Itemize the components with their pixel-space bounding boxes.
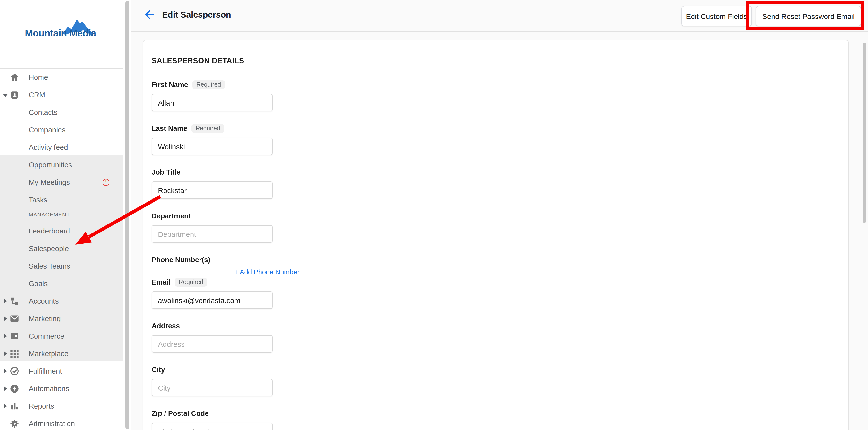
address-field: Address <box>152 321 848 353</box>
sidebar-item-label: Commerce <box>29 327 64 345</box>
reports-bar-chart-icon <box>10 401 20 411</box>
sidebar-scrollbar-thumb[interactable] <box>125 1 129 429</box>
add-phone-number-link[interactable]: + Add Phone Number <box>234 268 300 276</box>
gear-icon <box>10 419 20 429</box>
main-scrollbar-thumb[interactable] <box>863 43 866 223</box>
logo-divider <box>22 48 100 48</box>
field-label: City <box>152 366 165 374</box>
sidebar-item-contacts[interactable]: Contacts <box>0 104 123 121</box>
address-input[interactable] <box>152 335 273 353</box>
alert-badge-icon: ! <box>102 179 110 186</box>
field-label: First Name <box>152 81 188 88</box>
sidebar-item-sales-teams[interactable]: Sales Teams <box>0 257 123 275</box>
city-field: City <box>152 365 848 396</box>
section-title: SALESPERSON DETAILS <box>152 56 848 66</box>
section-header-label: MANAGEMENT <box>29 211 70 218</box>
sidebar-item-leaderboard[interactable]: Leaderboard <box>0 222 123 240</box>
accounts-icon <box>10 296 20 306</box>
sidebar-item-label: Opportunities <box>29 156 72 174</box>
logo[interactable]: Mountain Media <box>0 0 123 68</box>
sidebar-item-label: Fulfillment <box>29 363 62 380</box>
logo-text: Mountain Media <box>25 28 96 39</box>
sidebar-item-companies[interactable]: Companies <box>0 121 123 139</box>
required-badge: Required <box>192 80 225 89</box>
sidebar-item-administration[interactable]: Administration <box>0 415 123 430</box>
sidebar-item-label: Companies <box>29 121 66 139</box>
page-header: Edit Salesperson Edit Custom Fields Send… <box>131 0 868 32</box>
sidebar-item-marketplace[interactable]: Marketplace <box>0 345 123 363</box>
salesperson-details-card: SALESPERSON DETAILS First Name Required <box>143 40 848 430</box>
first-name-field: First Name Required <box>152 80 848 111</box>
sidebar-item-label: Goals <box>29 275 48 292</box>
sidebar-item-tasks[interactable]: Tasks <box>0 191 123 209</box>
sidebar-item-accounts[interactable]: Accounts <box>0 292 123 310</box>
field-label: Last Name <box>152 124 187 132</box>
sidebar-item-automations[interactable]: Automations <box>0 380 123 397</box>
sidebar-item-fulfillment[interactable]: Fulfillment <box>0 363 123 380</box>
content-area: SALESPERSON DETAILS First Name Required <box>131 32 861 430</box>
sidebar-item-my-meetings[interactable]: My Meetings ! <box>0 174 123 191</box>
sidebar-item-label: Administration <box>29 415 75 430</box>
home-icon <box>10 73 20 82</box>
send-reset-password-email-button[interactable]: Send Reset Password Email <box>756 6 861 26</box>
commerce-wallet-icon <box>10 331 20 341</box>
zip-postal-code-field: Zip / Postal Code <box>152 409 848 430</box>
phone-numbers-field: Phone Number(s) <box>152 255 848 265</box>
sidebar-scrollbar[interactable] <box>123 0 131 430</box>
sidebar-item-label: Home <box>29 68 48 86</box>
sidebar-item-goals[interactable]: Goals <box>0 275 123 292</box>
app-root: Mountain Media Home <box>0 0 868 430</box>
field-label: Email <box>152 278 170 286</box>
sidebar-nav: Home CRM Contacts Companies <box>0 68 123 430</box>
email-input[interactable] <box>152 291 273 309</box>
sidebar-item-marketing[interactable]: Marketing <box>0 310 123 327</box>
section-divider <box>29 221 123 221</box>
email-field: Email Required <box>152 277 848 309</box>
field-label: Job Title <box>152 168 181 176</box>
required-badge: Required <box>175 278 207 287</box>
sidebar-item-label: Activity feed <box>29 139 68 156</box>
chevron-right-icon <box>4 404 7 409</box>
sidebar-item-label: Accounts <box>29 292 59 310</box>
sidebar-item-crm[interactable]: CRM <box>0 86 123 104</box>
sidebar-section-management: MANAGEMENT <box>0 209 123 222</box>
last-name-input[interactable] <box>152 138 273 155</box>
chevron-right-icon <box>4 369 7 374</box>
sidebar-item-label: Salespeople <box>29 240 69 257</box>
sidebar-item-label: Contacts <box>29 104 57 121</box>
city-input[interactable] <box>152 379 273 396</box>
sidebar-item-label: Marketing <box>29 310 61 327</box>
field-label: Phone Number(s) <box>152 256 211 264</box>
chevron-right-icon <box>4 334 7 339</box>
sidebar-item-label: Automations <box>29 380 69 397</box>
sidebar-item-label: My Meetings <box>29 174 70 191</box>
main-scrollbar[interactable] <box>861 32 868 430</box>
sidebar-item-label: Reports <box>29 397 54 415</box>
sidebar-item-label: Marketplace <box>29 345 68 363</box>
required-badge: Required <box>192 124 224 133</box>
department-input[interactable] <box>152 225 273 243</box>
field-label: Department <box>152 212 191 220</box>
sidebar-item-commerce[interactable]: Commerce <box>0 327 123 345</box>
automations-lightning-icon <box>10 384 20 394</box>
sidebar-item-label: Tasks <box>29 191 48 209</box>
first-name-input[interactable] <box>152 94 273 111</box>
chevron-right-icon <box>4 351 7 356</box>
back-arrow-icon[interactable] <box>144 9 155 21</box>
sidebar-item-label: Sales Teams <box>29 257 70 275</box>
fulfillment-check-icon <box>10 366 20 376</box>
chevron-right-icon <box>4 299 7 304</box>
job-title-field: Job Title <box>152 167 848 199</box>
marketing-envelope-icon <box>10 314 20 323</box>
edit-custom-fields-button[interactable]: Edit Custom Fields <box>681 6 752 26</box>
chevron-down-icon <box>3 94 8 97</box>
field-label: Address <box>152 322 180 330</box>
zip-postal-code-input[interactable] <box>152 423 273 430</box>
sidebar-item-opportunities[interactable]: Opportunities <box>0 156 123 174</box>
job-title-input[interactable] <box>152 181 273 199</box>
sidebar-item-reports[interactable]: Reports <box>0 397 123 415</box>
sidebar-item-activity-feed[interactable]: Activity feed <box>0 139 123 156</box>
sidebar-item-salespeople[interactable]: Salespeople <box>0 240 123 257</box>
sidebar-item-home[interactable]: Home <box>0 68 123 86</box>
chevron-right-icon <box>4 386 7 391</box>
